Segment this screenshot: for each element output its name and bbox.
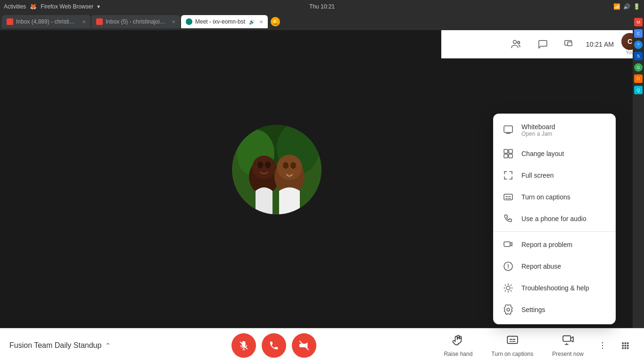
present-now-label: Present now xyxy=(552,351,584,357)
menu-item-full-screen[interactable]: Full screen xyxy=(493,165,616,186)
svg-point-12 xyxy=(257,162,263,168)
gmail-favicon-2 xyxy=(96,18,103,25)
report-problem-label: Report a problem xyxy=(521,241,572,248)
tab-meet[interactable]: Meet - ixv-eomn-bst 🔊 ✕ xyxy=(181,15,268,28)
svg-rect-21 xyxy=(504,154,508,158)
new-tab-area: 🔔 xyxy=(271,17,280,26)
svg-rect-28 xyxy=(507,336,518,343)
wifi-icon: 📶 xyxy=(613,3,620,10)
context-menu: Whiteboard Open a Jam Change layout Full… xyxy=(493,114,616,324)
svg-rect-23 xyxy=(504,194,512,200)
menu-item-phone-audio[interactable]: Use a phone for audio xyxy=(493,208,616,230)
tab-gmail-2[interactable]: Inbox (5) - christinajoice... ✕ xyxy=(91,15,180,28)
svg-rect-36 xyxy=(622,345,624,346)
svg-rect-22 xyxy=(509,154,512,158)
svg-point-31 xyxy=(602,345,603,346)
phone-audio-icon xyxy=(503,214,514,224)
svg-rect-38 xyxy=(627,345,629,346)
bottom-controls xyxy=(113,333,435,358)
menu-item-report-abuse[interactable]: Report abuse xyxy=(493,255,616,277)
menu-item-change-layout[interactable]: Change layout xyxy=(493,143,616,165)
more-options-button[interactable] xyxy=(593,336,612,355)
app-icon-mail[interactable]: M xyxy=(634,18,643,26)
app-icon-chrome[interactable]: C xyxy=(634,29,643,38)
meeting-title-chevron[interactable]: ⌃ xyxy=(105,342,111,349)
svg-point-0 xyxy=(513,40,516,43)
raise-hand-action[interactable]: Raise hand xyxy=(435,330,482,361)
os-right-sidebar: M C ? S G O Q xyxy=(633,13,644,328)
browser-label: Firefox Web Browser xyxy=(41,3,93,10)
menu-item-whiteboard[interactable]: Whiteboard Open a Jam xyxy=(493,117,616,143)
app-icon-help[interactable]: ? xyxy=(634,41,643,49)
chat-button[interactable] xyxy=(533,35,552,54)
os-top-bar: Activities 🦊 Firefox Web Browser ▾ Thu 1… xyxy=(0,0,644,13)
svg-rect-34 xyxy=(625,342,627,344)
svg-rect-18 xyxy=(504,126,512,132)
whiteboard-subtitle: Open a Jam xyxy=(521,131,555,137)
mic-toggle-button[interactable] xyxy=(231,333,256,358)
activities-label[interactable]: Activities xyxy=(4,3,26,10)
svg-rect-29 xyxy=(563,336,570,341)
full-screen-label: Full screen xyxy=(521,172,553,179)
mic-off-icon xyxy=(239,340,249,351)
volume-icon: 🔊 xyxy=(623,3,630,10)
tab-label-2: Inbox (5) - christinajoice... xyxy=(106,18,167,25)
svg-point-16 xyxy=(283,162,289,169)
meeting-title-text: Fusion Team Daily Standup xyxy=(9,341,101,350)
whiteboard-icon xyxy=(503,125,514,135)
app-icon-skype[interactable]: S xyxy=(634,52,643,60)
tab-gmail-1[interactable]: Inbox (4,889) - christinall... ✕ xyxy=(2,15,91,28)
cam-off-icon xyxy=(299,340,309,351)
raise-hand-label: Raise hand xyxy=(444,351,473,357)
dropdown-arrow[interactable]: ▾ xyxy=(97,3,100,10)
svg-rect-40 xyxy=(625,347,627,349)
whiteboard-label: Whiteboard xyxy=(521,123,555,131)
settings-label: Settings xyxy=(521,306,545,313)
svg-rect-41 xyxy=(627,347,629,349)
cam-toggle-button[interactable] xyxy=(292,333,316,358)
change-layout-icon xyxy=(503,148,514,159)
captions-action[interactable]: Turn on captions xyxy=(482,330,543,361)
os-bar-left: Activities 🦊 Firefox Web Browser ▾ xyxy=(4,3,100,10)
participants-button[interactable]: 2 xyxy=(507,35,526,54)
svg-rect-33 xyxy=(622,342,624,344)
svg-point-13 xyxy=(265,162,271,168)
grid-icon xyxy=(621,341,629,350)
phone-audio-label: Use a phone for audio xyxy=(521,215,586,222)
bottom-bar: Fusion Team Daily Standup ⌃ xyxy=(0,328,644,362)
svg-rect-39 xyxy=(622,347,624,349)
present-button[interactable] xyxy=(560,35,578,54)
settings-icon xyxy=(503,304,514,315)
google-apps-button[interactable] xyxy=(616,336,635,355)
bottom-right-actions: Raise hand Turn on captions Present n xyxy=(435,330,635,361)
app-icon-orange[interactable]: O xyxy=(634,74,643,83)
end-call-button[interactable] xyxy=(262,333,286,358)
svg-point-17 xyxy=(290,162,296,169)
menu-item-settings[interactable]: Settings xyxy=(493,299,616,321)
gmail-favicon-1 xyxy=(7,18,13,25)
present-action[interactable]: Present now xyxy=(543,330,593,361)
svg-rect-35 xyxy=(627,342,629,344)
captions-bottom-label: Turn on captions xyxy=(491,351,533,357)
user-video-placeholder xyxy=(232,125,322,214)
app-icon-cyan[interactable]: Q xyxy=(634,86,643,94)
meet-time: 10:21 AM xyxy=(586,41,614,48)
raise-hand-icon xyxy=(452,334,464,349)
tab-close-3[interactable]: ✕ xyxy=(259,19,263,25)
svg-rect-37 xyxy=(625,345,627,346)
svg-point-30 xyxy=(602,342,603,343)
tab-close-1[interactable]: ✕ xyxy=(82,19,86,25)
menu-item-report-problem[interactable]: Report a problem xyxy=(493,234,616,255)
end-call-icon xyxy=(269,340,279,351)
firefox-icon: 🦊 xyxy=(30,3,37,10)
tab-close-2[interactable]: ✕ xyxy=(172,19,175,25)
more-dots-icon xyxy=(598,341,607,350)
menu-item-captions[interactable]: Turn on captions xyxy=(493,186,616,208)
menu-item-whiteboard-text: Whiteboard Open a Jam xyxy=(521,123,555,137)
present-now-icon xyxy=(562,334,574,349)
battery-icon: 🔋 xyxy=(633,3,640,10)
app-icon-chrome2[interactable]: G xyxy=(634,63,643,72)
audio-indicator: 🔊 xyxy=(249,19,255,25)
menu-item-troubleshooting[interactable]: Troubleshooting & help xyxy=(493,277,616,299)
os-bar-right: 📶 🔊 🔋 xyxy=(613,3,640,10)
